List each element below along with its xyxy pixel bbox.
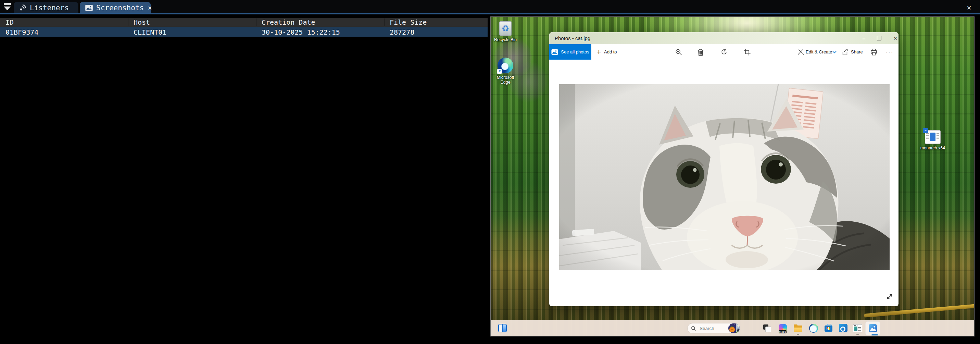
desktop-icon-label: Microsoft Edge bbox=[495, 75, 516, 84]
photo-cat-jpg bbox=[559, 84, 889, 270]
fullscreen-expand-icon[interactable] bbox=[886, 293, 894, 301]
column-header-id[interactable]: ID bbox=[5, 18, 14, 27]
edit-create-icon[interactable] bbox=[796, 48, 805, 57]
edit-create-button[interactable]: Edit & Create bbox=[806, 44, 832, 60]
recycle-bin-icon: ♻ bbox=[499, 21, 512, 36]
cell-host: CLIENT01 bbox=[134, 28, 166, 37]
taskbar: M365 bbox=[491, 320, 974, 336]
photos-titlebar[interactable]: Photos - cat.jpg – ✕ bbox=[549, 32, 899, 44]
image-icon bbox=[85, 5, 93, 11]
desktop-icon-label: Recycle Bin bbox=[494, 37, 517, 42]
active-tab-underline bbox=[0, 13, 980, 14]
desktop-icon-recycle-bin[interactable]: ♻ Recycle Bin bbox=[494, 21, 517, 42]
edge-taskbar-button[interactable] bbox=[809, 323, 818, 333]
outlook-button[interactable] bbox=[838, 323, 848, 333]
add-to-button[interactable]: Add to bbox=[604, 44, 617, 60]
print-icon[interactable] bbox=[869, 48, 878, 57]
close-button[interactable]: ✕ bbox=[889, 32, 901, 44]
collapse-caret-icon[interactable] bbox=[3, 3, 12, 11]
photos-taskbar-button[interactable] bbox=[865, 322, 880, 335]
desktop-icon-label: monarch.x64 bbox=[920, 146, 945, 150]
search-highlight-image[interactable] bbox=[728, 323, 740, 333]
running-indicator bbox=[797, 334, 799, 335]
desktop-icon-monarch-x64[interactable]: ~ monarch.x64 bbox=[916, 130, 950, 150]
cell-file-size: 287278 bbox=[390, 28, 414, 37]
share-button[interactable]: Share bbox=[851, 44, 863, 60]
chevron-down-icon[interactable] bbox=[830, 48, 839, 57]
active-app-indicator bbox=[872, 334, 878, 335]
see-more-icon[interactable]: ··· bbox=[885, 48, 894, 57]
shortcut-arrow-icon: ↗ bbox=[497, 69, 502, 74]
share-icon[interactable] bbox=[841, 48, 850, 57]
app-window-icon bbox=[853, 324, 862, 332]
tab-label: Listeners bbox=[30, 4, 69, 12]
zoom-icon[interactable] bbox=[674, 48, 683, 57]
table-row[interactable]: 01BF9374 CLIENT01 30-10-2025 15:22:15 28… bbox=[0, 27, 488, 37]
tabbar-close-icon[interactable]: ✕ bbox=[965, 3, 973, 12]
store-button[interactable] bbox=[824, 323, 833, 333]
monarch-app-icon: ~ bbox=[925, 130, 940, 144]
screenshot-viewer: ♻ Recycle Bin ↗ Microsoft Edge ~ bbox=[490, 16, 975, 336]
table-header: ID Host Creation Date File Size bbox=[0, 18, 488, 27]
tab-bar: Listeners Screenshots ✕ ✕ bbox=[0, 0, 980, 13]
tab-listeners[interactable]: Listeners bbox=[14, 2, 78, 13]
photos-toolbar: See all photos + Add to bbox=[549, 44, 899, 60]
running-indicator bbox=[856, 334, 859, 335]
cell-id: 01BF9374 bbox=[5, 28, 38, 37]
edge-icon: ↗ bbox=[498, 57, 513, 73]
app-root: Listeners Screenshots ✕ ✕ ID Host Creati… bbox=[0, 0, 980, 344]
crop-icon[interactable] bbox=[743, 48, 752, 57]
add-to-plus-icon[interactable]: + bbox=[595, 48, 603, 57]
tab-screenshots[interactable]: Screenshots ✕ bbox=[80, 2, 151, 13]
app-window-button[interactable] bbox=[853, 323, 862, 333]
column-header-file-size[interactable]: File Size bbox=[390, 18, 426, 27]
minimize-button[interactable]: – bbox=[858, 32, 870, 44]
file-explorer-button[interactable] bbox=[793, 323, 803, 333]
desktop-icon-microsoft-edge[interactable]: ↗ Microsoft Edge bbox=[493, 57, 518, 84]
tab-close-icon[interactable]: ✕ bbox=[148, 5, 152, 11]
copilot-m365-button[interactable]: M365 bbox=[778, 323, 787, 333]
m365-badge: M365 bbox=[779, 330, 787, 333]
rotate-icon[interactable] bbox=[720, 48, 729, 57]
task-view-button[interactable] bbox=[762, 323, 772, 333]
start-button[interactable] bbox=[673, 323, 683, 333]
delete-icon[interactable] bbox=[696, 48, 705, 57]
see-all-photos-button[interactable]: See all photos bbox=[549, 44, 591, 60]
column-header-creation-date[interactable]: Creation Date bbox=[262, 18, 315, 27]
photos-window: Photos - cat.jpg – ✕ See all photos + Ad… bbox=[549, 32, 899, 306]
maximize-button[interactable] bbox=[873, 32, 885, 44]
cell-creation-date: 30-10-2025 15:22:15 bbox=[262, 28, 340, 37]
tab-label: Screenshots bbox=[96, 4, 144, 12]
taskbar-search[interactable] bbox=[687, 323, 740, 333]
window-title: Photos - cat.jpg bbox=[555, 32, 590, 44]
broadcast-icon bbox=[19, 4, 26, 11]
photos-icon bbox=[869, 324, 877, 332]
widgets-button[interactable] bbox=[498, 324, 507, 332]
copilot-icon: M365 bbox=[779, 324, 787, 332]
search-icon bbox=[691, 326, 696, 331]
outlook-icon bbox=[839, 324, 848, 332]
column-header-host[interactable]: Host bbox=[134, 18, 150, 27]
image-icon bbox=[551, 49, 558, 55]
edge-icon bbox=[809, 324, 818, 333]
search-input[interactable] bbox=[699, 325, 728, 331]
